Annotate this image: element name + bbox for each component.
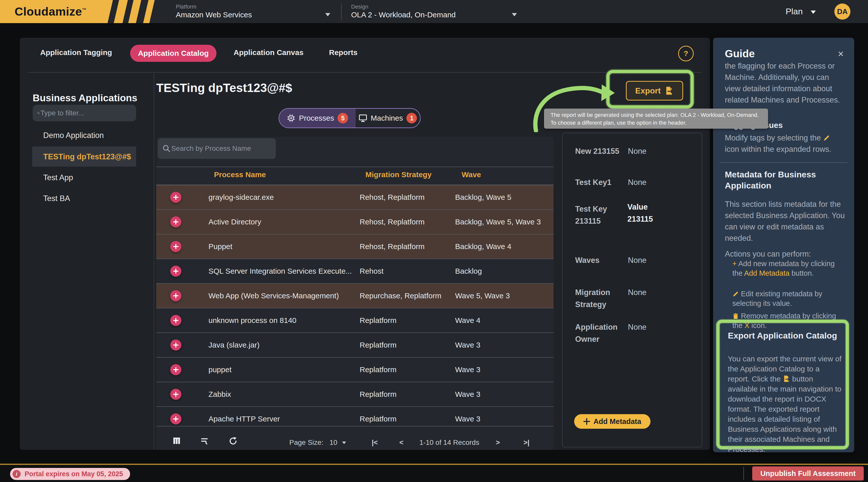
process-search[interactable] <box>158 138 276 159</box>
expand-row-icon[interactable] <box>170 339 181 351</box>
process-name: Java (slave.jar) <box>209 341 259 349</box>
expand-row-icon[interactable] <box>170 413 181 424</box>
wave: Wave 3 <box>455 415 480 423</box>
guide-metadata-heading: Metadata for Business Application <box>725 169 833 191</box>
wave: Wave 3 <box>455 365 480 374</box>
guide-actions-heading: Actions you can perform: <box>725 248 811 260</box>
migration-strategy: Repurchase, Replatform <box>360 292 441 300</box>
guide-tagging-body: Modify tags by selecting theicon within … <box>725 132 845 155</box>
sidebar-item-testing-dptest[interactable]: TESTing dpTest123@#$ <box>43 152 131 161</box>
export-file-icon <box>783 375 790 383</box>
unpublish-button[interactable]: Unpublish Full Assessment <box>752 466 864 481</box>
plus-icon: + <box>733 260 737 268</box>
table-row[interactable]: Web App (Web Services-Management) Repurc… <box>156 284 554 308</box>
table-row[interactable]: puppet Replatform Wave 3 <box>156 358 554 382</box>
migration-strategy: Rehost, Replatform <box>360 193 425 202</box>
expand-row-icon[interactable] <box>170 241 181 252</box>
toggle-machines[interactable]: Machines 1 <box>355 109 420 127</box>
header-divider <box>341 3 342 20</box>
metadata-value[interactable]: None <box>628 176 647 188</box>
migration-strategy: Rehost, Replatform <box>360 242 425 251</box>
top-header: Cloudamize™ Platform Amazon Web Services… <box>0 0 868 24</box>
table-row[interactable]: Puppet Rehost, Replatform Backlog, Wave … <box>156 235 554 259</box>
table-row[interactable]: SQL Server Integration Services Execute.… <box>156 259 554 283</box>
wave: Wave 4 <box>455 316 480 325</box>
chevron-down-icon[interactable] <box>325 13 330 16</box>
chevron-down-icon[interactable] <box>811 10 816 14</box>
tab-application-tagging[interactable]: Application Tagging <box>40 48 112 57</box>
sidebar-filter[interactable] <box>33 105 136 121</box>
expand-row-icon[interactable] <box>170 290 181 301</box>
expand-row-icon[interactable] <box>170 266 181 277</box>
table-row[interactable]: Zabbix Replatform Wave 3 <box>156 382 554 406</box>
guide-panel: Guide × the flagging for each Process or… <box>713 38 854 452</box>
refresh-icon[interactable] <box>228 436 238 446</box>
process-table: Process Name Migration Strategy Wave gra… <box>156 137 554 450</box>
tab-reports[interactable]: Reports <box>329 48 358 57</box>
tab-application-canvas[interactable]: Application Canvas <box>234 48 303 57</box>
migration-strategy: Rehost <box>360 267 383 275</box>
tab-application-catalog[interactable]: Application Catalog <box>130 45 217 62</box>
expand-row-icon[interactable] <box>170 389 181 400</box>
process-name: SQL Server Integration Services Execute.… <box>209 267 352 275</box>
metadata-key: Application Owner <box>575 321 634 345</box>
plan-menu[interactable]: Plan <box>786 6 803 16</box>
expand-row-icon[interactable] <box>170 364 181 375</box>
prev-page-icon[interactable]: < <box>399 439 403 447</box>
page-size-select[interactable]: 10 <box>330 439 337 447</box>
table-divider <box>156 167 554 167</box>
toggle-processes[interactable]: Processes 5 <box>279 109 355 127</box>
expand-row-icon[interactable] <box>170 216 181 228</box>
metadata-value[interactable]: None <box>628 254 647 266</box>
guide-action-add: + Add new metadata by clicking the Add M… <box>733 259 841 278</box>
columns-icon[interactable] <box>172 436 181 446</box>
export-body-suffix: button available in the main navigation … <box>728 375 841 452</box>
processes-label: Processes <box>299 114 334 122</box>
design-select[interactable]: OLA 2 - Workload, On-Demand <box>351 10 456 19</box>
sidebar-item-test-ba[interactable]: Test BA <box>43 194 70 203</box>
wave: Wave 3 <box>455 341 480 349</box>
action-add-suffix: button. <box>792 269 814 277</box>
brand-name: Cloudamize™ <box>14 4 86 18</box>
process-name: Puppet <box>209 242 232 251</box>
last-page-icon[interactable]: >| <box>523 439 529 447</box>
next-page-icon[interactable]: > <box>496 439 500 447</box>
processes-count-badge: 5 <box>338 113 348 123</box>
machines-label: Machines <box>371 114 403 122</box>
metadata-value[interactable]: Value 213115 <box>627 201 671 225</box>
table-row[interactable]: graylog-sidecar.exe Rehost, Replatform B… <box>156 185 554 209</box>
process-name: Active Directory <box>209 218 261 226</box>
expand-row-icon[interactable] <box>170 192 181 203</box>
filter-lines-icon[interactable] <box>199 436 210 446</box>
pencil-icon <box>823 134 830 142</box>
table-row[interactable]: Java (slave.jar) Replatform Wave 3 <box>156 333 554 357</box>
action-edit-text: Edit existing metadata by selecting its … <box>733 290 822 307</box>
cpu-icon <box>287 114 296 122</box>
table-row[interactable]: unknown process on 8140 Replatform Wave … <box>156 308 554 332</box>
add-metadata-label: Add Metadata <box>593 417 641 426</box>
process-search-input[interactable] <box>171 144 271 153</box>
close-icon[interactable]: × <box>838 49 844 59</box>
platform-select[interactable]: Amazon Web Services <box>176 10 252 19</box>
table-row[interactable]: Active Directory Rehost, Replatform Back… <box>156 210 554 234</box>
metadata-value[interactable]: None <box>628 145 647 157</box>
metadata-value[interactable]: None <box>628 321 647 333</box>
add-metadata-button[interactable]: Add Metadata <box>574 414 651 429</box>
avatar[interactable]: DA <box>834 3 850 20</box>
metadata-key: New 213155 <box>575 145 619 157</box>
first-page-icon[interactable]: |< <box>372 439 378 447</box>
trash-icon <box>733 313 739 320</box>
chevron-down-icon[interactable] <box>342 442 346 444</box>
metadata-key: Waves <box>575 254 599 266</box>
wave: Wave 3 <box>455 390 480 398</box>
sidebar-item-demo-application[interactable]: Demo Application <box>43 131 104 140</box>
metadata-value[interactable]: None <box>628 287 647 299</box>
help-icon[interactable]: ? <box>678 46 694 61</box>
design-label: Design <box>351 3 368 10</box>
expand-row-icon[interactable] <box>170 315 181 326</box>
sidebar-item-test-app[interactable]: Test App <box>43 173 73 182</box>
info-icon: i <box>12 470 21 478</box>
chevron-down-icon[interactable] <box>512 13 517 16</box>
entity-toggle: Processes 5 Machines 1 <box>279 108 421 128</box>
filter-input[interactable] <box>40 109 132 117</box>
